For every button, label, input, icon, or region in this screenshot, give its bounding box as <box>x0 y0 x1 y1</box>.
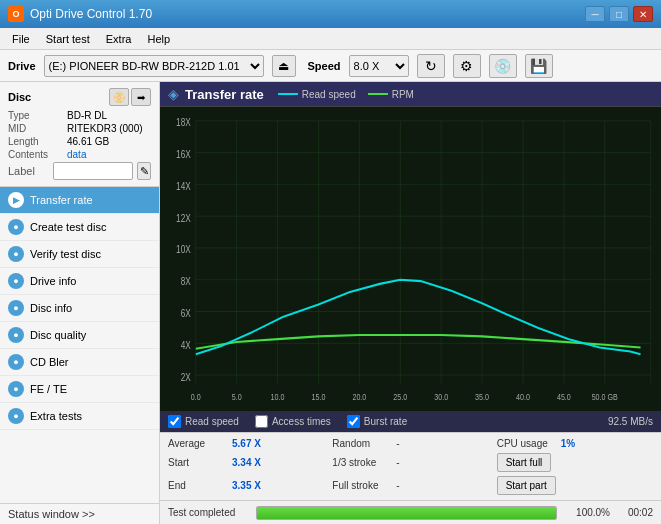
chart-legend: Read speed RPM <box>278 89 414 100</box>
main-layout: Disc 📀 ➡ Type BD-R DL MID RITEKDR3 (000)… <box>0 82 661 524</box>
access-times-checkbox[interactable] <box>255 415 268 428</box>
speed-label: Speed <box>308 60 341 72</box>
disc-icon-btn-1[interactable]: 📀 <box>109 88 129 106</box>
disc-length-label: Length <box>8 136 63 147</box>
nav-item-disc-info[interactable]: ● Disc info <box>0 295 159 322</box>
status-window-button[interactable]: Status window >> <box>0 503 159 524</box>
svg-text:40.0: 40.0 <box>516 391 530 402</box>
stat-start-value: 3.34 X <box>232 457 261 468</box>
disc-mid-value: RITEKDR3 (000) <box>67 123 143 134</box>
refresh-button[interactable]: ↻ <box>417 54 445 78</box>
minimize-button[interactable]: ─ <box>585 6 605 22</box>
nav-icon-drive-info: ● <box>8 273 24 289</box>
svg-text:16X: 16X <box>176 148 191 161</box>
stat-random-row: Random - <box>332 437 488 450</box>
nav-label-create-test-disc: Create test disc <box>30 221 106 233</box>
access-times-checkbox-group: Access times <box>255 415 331 428</box>
svg-text:25.0: 25.0 <box>393 391 407 402</box>
drive-select[interactable]: (E:) PIONEER BD-RW BDR-212D 1.01 <box>44 55 264 77</box>
nav-label-cd-bler: CD Bler <box>30 356 69 368</box>
close-button[interactable]: ✕ <box>633 6 653 22</box>
app-icon: O <box>8 6 24 22</box>
disc-label-input[interactable] <box>53 162 133 180</box>
disc-type-value: BD-R DL <box>67 110 107 121</box>
burst-rate-checkbox-group: Burst rate <box>347 415 407 428</box>
svg-text:35.0: 35.0 <box>475 391 489 402</box>
menu-help[interactable]: Help <box>139 28 178 49</box>
read-speed-checkbox[interactable] <box>168 415 181 428</box>
stat-1-3-stroke-label: 1/3 stroke <box>332 457 392 468</box>
stat-cpu-row: CPU usage 1% <box>497 437 653 450</box>
chart-header: ◈ Transfer rate Read speed RPM <box>160 82 661 107</box>
legend-read-speed: Read speed <box>278 89 356 100</box>
chart-title: Transfer rate <box>185 87 264 102</box>
stat-cpu-label: CPU usage <box>497 438 557 449</box>
progress-value: 100.0% <box>565 507 610 518</box>
svg-text:15.0: 15.0 <box>312 391 326 402</box>
nav-label-disc-quality: Disc quality <box>30 329 86 341</box>
disc-label-icon[interactable]: ✎ <box>137 162 151 180</box>
read-speed-checkbox-label[interactable]: Read speed <box>185 416 239 427</box>
disc-button[interactable]: 💿 <box>489 54 517 78</box>
menu-extra[interactable]: Extra <box>98 28 140 49</box>
nav-item-create-test-disc[interactable]: ● Create test disc <box>0 214 159 241</box>
drive-label: Drive <box>8 60 36 72</box>
disc-contents-label: Contents <box>8 149 63 160</box>
settings-button[interactable]: ⚙ <box>453 54 481 78</box>
disc-icon-btn-2[interactable]: ➡ <box>131 88 151 106</box>
title-text: Opti Drive Control 1.70 <box>30 7 152 21</box>
nav-label-drive-info: Drive info <box>30 275 76 287</box>
legend-rpm-color <box>368 93 388 95</box>
svg-text:14X: 14X <box>176 180 191 193</box>
speed-select[interactable]: 8.0 X <box>349 55 409 77</box>
nav-icon-create-test-disc: ● <box>8 219 24 235</box>
stat-end-value: 3.35 X <box>232 480 261 491</box>
chart-controls: Read speed Access times Burst rate 92.5 … <box>160 411 661 432</box>
eject-button[interactable]: ⏏ <box>272 55 296 77</box>
maximize-button[interactable]: □ <box>609 6 629 22</box>
stat-end-row: End 3.35 X <box>168 475 324 496</box>
svg-text:0.0: 0.0 <box>191 391 201 402</box>
menu-start-test[interactable]: Start test <box>38 28 98 49</box>
start-part-button[interactable]: Start part <box>497 476 556 495</box>
nav-label-disc-info: Disc info <box>30 302 72 314</box>
nav-item-extra-tests[interactable]: ● Extra tests <box>0 403 159 430</box>
nav-item-drive-info[interactable]: ● Drive info <box>0 268 159 295</box>
stat-random-value: - <box>396 438 399 449</box>
bottom-status-bar: Test completed 100.0% 00:02 <box>160 500 661 524</box>
nav-icon-disc-quality: ● <box>8 327 24 343</box>
disc-section: Disc 📀 ➡ Type BD-R DL MID RITEKDR3 (000)… <box>0 82 159 187</box>
stat-start-row: Start 3.34 X <box>168 452 324 473</box>
stat-1-3-stroke-row: 1/3 stroke - <box>332 452 488 473</box>
stat-average-row: Average 5.67 X <box>168 437 324 450</box>
stat-full-stroke-label: Full stroke <box>332 480 392 491</box>
disc-mid-label: MID <box>8 123 63 134</box>
nav-icon-fe-te: ● <box>8 381 24 397</box>
chart-icon: ◈ <box>168 86 179 102</box>
status-text: Test completed <box>168 507 248 518</box>
nav-item-disc-quality[interactable]: ● Disc quality <box>0 322 159 349</box>
menu-file[interactable]: File <box>4 28 38 49</box>
disc-label-label: Label <box>8 165 49 177</box>
nav-item-fe-te[interactable]: ● FE / TE <box>0 376 159 403</box>
stat-average-label: Average <box>168 438 228 449</box>
nav-item-cd-bler[interactable]: ● CD Bler <box>0 349 159 376</box>
svg-text:10X: 10X <box>176 243 191 256</box>
access-times-checkbox-label[interactable]: Access times <box>272 416 331 427</box>
stat-start-part-row: Start part <box>497 475 653 496</box>
nav-icon-extra-tests: ● <box>8 408 24 424</box>
save-button[interactable]: 💾 <box>525 54 553 78</box>
nav-item-verify-test-disc[interactable]: ● Verify test disc <box>0 241 159 268</box>
burst-rate-checkbox-label[interactable]: Burst rate <box>364 416 407 427</box>
disc-contents-value[interactable]: data <box>67 149 86 160</box>
nav-item-transfer-rate[interactable]: ▶ Transfer rate <box>0 187 159 214</box>
sidebar: Disc 📀 ➡ Type BD-R DL MID RITEKDR3 (000)… <box>0 82 160 524</box>
burst-rate-checkbox[interactable] <box>347 415 360 428</box>
legend-rpm-label: RPM <box>392 89 414 100</box>
nav-icon-verify-test-disc: ● <box>8 246 24 262</box>
progress-bar <box>257 507 556 519</box>
title-bar: O Opti Drive Control 1.70 ─ □ ✕ <box>0 0 661 28</box>
stat-start-label: Start <box>168 457 228 468</box>
start-full-button[interactable]: Start full <box>497 453 552 472</box>
disc-label-row: Label ✎ <box>8 162 151 180</box>
